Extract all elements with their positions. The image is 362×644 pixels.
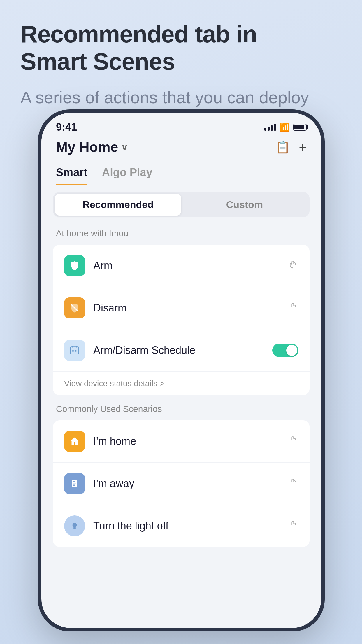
view-details-link[interactable]: View device status details > xyxy=(53,372,310,395)
content-area: At home with Imou Arm xyxy=(41,217,321,628)
svg-rect-14 xyxy=(73,528,76,529)
section2-label: Commonly Used Scenarios xyxy=(41,400,321,418)
im-home-label: I'm home xyxy=(93,435,288,447)
schedule-toggle[interactable] xyxy=(272,344,298,357)
home-icon xyxy=(64,431,85,452)
away-icon xyxy=(64,473,85,494)
list-item[interactable]: Arm xyxy=(53,245,310,287)
svg-rect-10 xyxy=(73,483,76,483)
subtitle: A series of actions that you can deploy xyxy=(20,86,342,109)
svg-rect-9 xyxy=(73,481,75,482)
svg-rect-2 xyxy=(71,346,79,354)
battery-icon xyxy=(293,124,307,131)
list-item[interactable]: I'm away xyxy=(53,463,310,505)
sub-tabs: Recommended Custom xyxy=(53,192,310,217)
svg-rect-11 xyxy=(73,484,75,484)
main-tabs: Smart Algo Play xyxy=(41,161,321,186)
section2-card: I'm home xyxy=(53,420,310,547)
tap-icon xyxy=(288,435,298,448)
svg-rect-6 xyxy=(72,350,74,352)
chevron-down-icon: ∨ xyxy=(121,142,128,153)
arm-label: Arm xyxy=(93,260,288,272)
home-name: My Home xyxy=(56,139,118,155)
section1-label: At home with Imou xyxy=(41,224,321,242)
arm-icon xyxy=(64,255,85,276)
add-icon[interactable]: + xyxy=(299,139,307,155)
svg-rect-12 xyxy=(73,485,75,486)
section1-card: Arm Di xyxy=(53,245,310,395)
signal-icon xyxy=(264,124,276,131)
tap-icon xyxy=(288,302,298,315)
list-item[interactable]: I'm home xyxy=(53,420,310,463)
list-item[interactable]: Turn the light off xyxy=(53,505,310,547)
tab-smart[interactable]: Smart xyxy=(56,161,87,185)
svg-rect-7 xyxy=(75,350,77,352)
list-item[interactable]: Arm/Disarm Schedule xyxy=(53,329,310,372)
subtab-custom[interactable]: Custom xyxy=(181,194,308,216)
light-icon xyxy=(64,515,85,536)
schedule-label: Arm/Disarm Schedule xyxy=(93,344,272,356)
tap-icon xyxy=(288,519,298,533)
header-actions: 📋 + xyxy=(275,139,307,155)
list-icon[interactable]: 📋 xyxy=(275,140,290,154)
status-time: 9:41 xyxy=(56,121,77,133)
status-bar: 9:41 📶 xyxy=(41,113,321,136)
disarm-label: Disarm xyxy=(93,302,288,314)
status-icons: 📶 xyxy=(264,123,307,132)
disarm-icon xyxy=(64,298,85,318)
subtab-recommended[interactable]: Recommended xyxy=(55,194,181,216)
page-title-block: Recommended tab in Smart Scenes A series… xyxy=(20,20,342,109)
list-item[interactable]: Disarm xyxy=(53,287,310,329)
im-away-label: I'm away xyxy=(93,477,288,490)
tap-icon xyxy=(288,259,298,272)
home-selector[interactable]: My Home ∨ xyxy=(56,139,128,155)
turn-light-off-label: Turn the light off xyxy=(93,520,288,532)
svg-rect-8 xyxy=(72,480,77,487)
schedule-icon xyxy=(64,340,85,361)
main-heading: Recommended tab in Smart Scenes xyxy=(20,20,342,76)
wifi-icon: 📶 xyxy=(280,123,290,132)
app-header: My Home ∨ 📋 + xyxy=(41,136,321,161)
phone-screen: 9:41 📶 My Home ∨ 📋 + xyxy=(41,113,321,628)
tab-algo-play[interactable]: Algo Play xyxy=(102,161,152,185)
phone-frame: 9:41 📶 My Home ∨ 📋 + xyxy=(38,109,325,631)
tap-icon xyxy=(288,477,298,490)
